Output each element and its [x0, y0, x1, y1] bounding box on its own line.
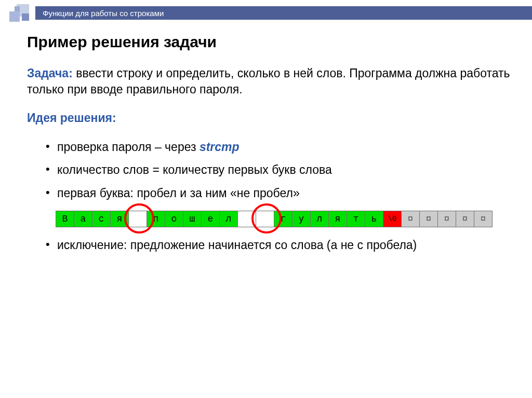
- string-cell: с: [92, 211, 111, 227]
- slide-title: Пример решения задачи: [27, 33, 513, 51]
- string-cell: В: [56, 211, 74, 227]
- idea-bullets: проверка пароля – через strcmp количеств…: [27, 139, 513, 201]
- string-cell: [128, 211, 147, 227]
- task-label: Задача:: [27, 66, 73, 80]
- task-text: ввести строку и определить, сколько в не…: [27, 66, 510, 96]
- string-cell: ¤: [419, 211, 438, 227]
- keyword-strcmp: strcmp: [200, 140, 240, 154]
- string-cell: а: [74, 211, 92, 227]
- header: Функции для работы со строками 17: [0, 0, 532, 21]
- string-cell: [237, 211, 256, 227]
- string-cell: я: [328, 211, 347, 227]
- string-cell: г: [274, 211, 292, 227]
- slide-content: Пример решения задачи Задача: ввести стр…: [0, 21, 532, 253]
- slide-section-banner: Функции для работы со строками: [35, 6, 532, 20]
- bullet-1: проверка пароля – через strcmp: [57, 139, 513, 155]
- task-paragraph: Задача: ввести строку и определить, скол…: [27, 65, 513, 98]
- string-cell: о: [165, 211, 183, 227]
- string-cell: т: [347, 211, 365, 227]
- page-number: 17: [510, 5, 521, 16]
- string-cell: е: [201, 211, 220, 227]
- string-cell: л: [310, 211, 329, 227]
- string-cell: ¤: [401, 211, 420, 227]
- string-visualization: Васяпошелгулять\0¤¤¤¤¤: [56, 211, 513, 227]
- string-cell: ш: [183, 211, 202, 227]
- string-cell: у: [292, 211, 311, 227]
- string-cell: п: [147, 211, 165, 227]
- string-cell: ¤: [474, 211, 493, 227]
- bullet-4: исключение: предложение начинается со сл…: [57, 237, 513, 253]
- bullet-3: первая буква: пробел и за ним «не пробел…: [57, 185, 513, 201]
- string-cell: [256, 211, 274, 227]
- string-cell: ¤: [437, 211, 456, 227]
- bullet-2: количество слов = количеству первых букв…: [57, 161, 513, 178]
- string-cell: я: [110, 211, 129, 227]
- string-cell: л: [219, 211, 238, 227]
- idea-label: Идея решения:: [27, 110, 513, 126]
- string-cell: ь: [365, 211, 383, 227]
- decorative-squares: [9, 4, 34, 23]
- idea-bullets-after: исключение: предложение начинается со сл…: [27, 237, 513, 253]
- string-cell: \0: [383, 211, 402, 227]
- string-cell: ¤: [456, 211, 474, 227]
